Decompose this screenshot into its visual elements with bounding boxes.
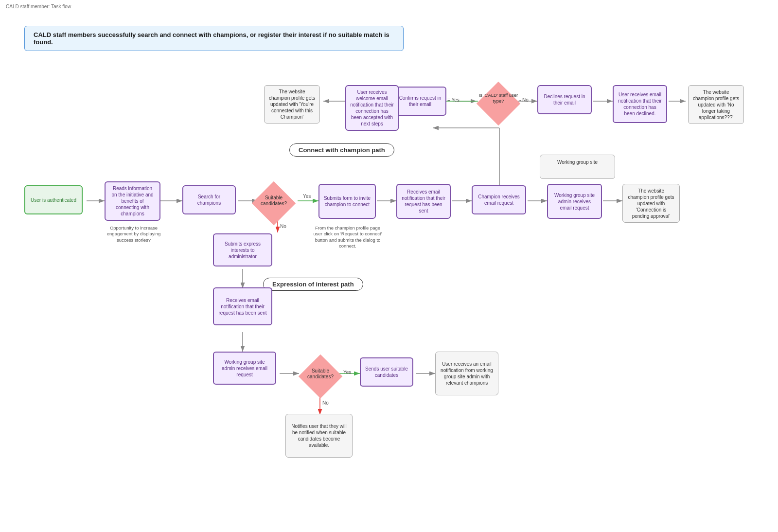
diamond-is-cald: Is 'CALD' staff user type?: [477, 82, 520, 125]
node-champion-receives: Champion receives email request: [472, 185, 526, 214]
node-confirms-request: Confirms request in their email: [394, 87, 446, 116]
diamond-suitable-2: Suitable candidates?: [299, 355, 342, 398]
no-label-2: No: [322, 400, 329, 406]
node-user-receives-candidates: User receives an email notification from…: [435, 352, 498, 395]
yes-label-cald: = Yes: [447, 97, 460, 103]
page-title: CALD staff member: Task flow: [0, 0, 778, 11]
node-reads-info: Reads information on the initiative and …: [105, 181, 160, 221]
note-from-profile: From the champion profile page user clic…: [311, 225, 384, 249]
node-user-authenticated: User is authenticated: [24, 185, 83, 214]
eoi-path-label: Expression of interest path: [263, 278, 363, 291]
yes-label-1: Yes: [303, 194, 311, 199]
diamond-suitable-1: Suitable candidates?: [252, 181, 296, 225]
node-receives-email-sent: Receives email notification that their r…: [396, 184, 451, 219]
node-wg-admin-connect: Working group site admin receives email …: [547, 184, 602, 219]
connect-path-label: Connect with champion path: [289, 143, 394, 157]
note-engagement: Opportunity to increase engagement by di…: [100, 225, 168, 243]
node-notifies-user: Notifies user that they will be notified…: [285, 414, 353, 458]
node-submits-form: Submits form to invite champion to conne…: [318, 184, 376, 219]
working-group-site-label: Working group site: [540, 155, 615, 179]
node-wg-admin-eoi: Working group site admin receives email …: [213, 352, 276, 385]
node-declines-request: Declines request in their email: [537, 85, 592, 114]
no-label-1: No: [280, 224, 286, 229]
node-user-email-accepted: User receives welcome email notification…: [345, 85, 399, 131]
no-label-cald: - No: [519, 97, 529, 103]
node-sends-candidates: Sends user suitable candidates: [360, 357, 413, 387]
yes-label-2: Yes: [343, 370, 351, 375]
node-website-connected: The website champion profile gets update…: [264, 85, 320, 124]
node-user-email-declined: User receives email notification that th…: [613, 85, 667, 123]
goal-box: CALD staff members successfully search a…: [24, 26, 404, 51]
canvas: CALD staff members successfully search a…: [10, 11, 768, 527]
node-search-champions: Search for champions: [182, 185, 236, 214]
node-website-no-longer: The website champion profile gets update…: [688, 85, 744, 124]
node-website-pending: The website champion profile gets update…: [622, 184, 680, 223]
node-submits-express: Submits express interests to administrat…: [213, 233, 272, 266]
node-receives-email-eoi: Receives email notification that their r…: [213, 287, 272, 325]
